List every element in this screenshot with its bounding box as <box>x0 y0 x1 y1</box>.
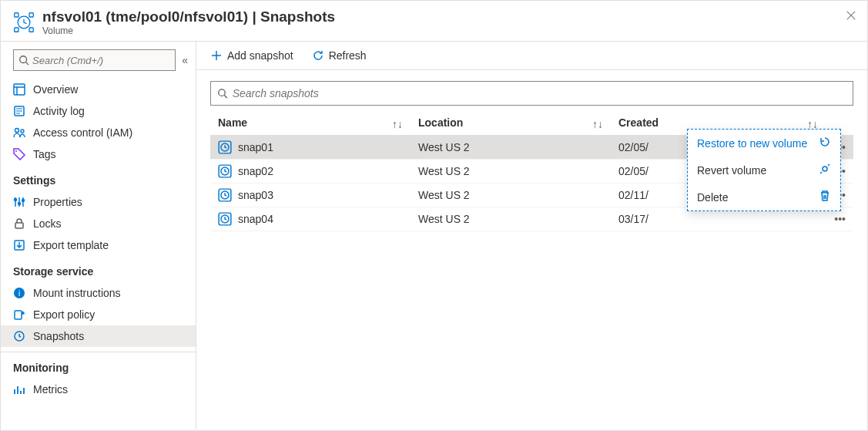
snapshot-name: snap01 <box>238 141 273 153</box>
svg-point-10 <box>15 150 17 152</box>
svg-rect-0 <box>15 13 18 17</box>
svg-point-20 <box>219 89 226 96</box>
snapshot-row-icon <box>218 212 232 226</box>
context-menu: Restore to new volume Revert volume Dele… <box>687 129 841 211</box>
snapshot-row-icon <box>218 164 232 178</box>
col-header-location[interactable]: Location ↑↓ <box>411 110 611 136</box>
revert-icon <box>819 163 831 177</box>
collapse-sidebar-button[interactable]: « <box>182 54 188 66</box>
svg-rect-1 <box>29 13 33 17</box>
volume-snapshot-icon <box>13 12 35 33</box>
sort-icon: ↑↓ <box>592 118 603 130</box>
svg-point-29 <box>823 167 827 171</box>
toolbar: Add snapshot Refresh <box>196 42 867 70</box>
svg-rect-18 <box>15 311 22 319</box>
add-snapshot-button[interactable]: Add snapshot <box>210 49 293 62</box>
refresh-label: Refresh <box>329 49 367 62</box>
tags-icon <box>13 148 25 160</box>
sidebar-search-input[interactable] <box>32 55 170 66</box>
delete-icon <box>819 190 831 204</box>
sidebar-item-label: Properties <box>33 196 82 208</box>
ctx-restore-to-new-volume[interactable]: Restore to new volume <box>688 130 840 157</box>
snapshot-location: West US 2 <box>411 160 611 184</box>
activity-log-icon <box>13 105 25 117</box>
page-subtitle: Volume <box>42 25 855 36</box>
sidebar-item-export-policy[interactable]: Export policy <box>1 304 196 325</box>
svg-rect-6 <box>14 84 25 95</box>
sidebar-group-settings: Settings <box>1 165 196 191</box>
sidebar-search[interactable] <box>13 49 176 71</box>
sidebar-item-mount-instructions[interactable]: i Mount instructions <box>1 282 196 304</box>
close-button[interactable] <box>846 10 856 23</box>
sidebar-item-label: Locks <box>33 217 62 230</box>
refresh-button[interactable]: Refresh <box>312 49 367 62</box>
svg-text:i: i <box>18 289 20 298</box>
sidebar-item-access-control[interactable]: Access control (IAM) <box>1 122 196 143</box>
sidebar-item-label: Export policy <box>33 308 95 321</box>
svg-point-9 <box>21 130 24 133</box>
sidebar-item-locks[interactable]: Locks <box>1 213 196 234</box>
col-header-name[interactable]: Name ↑↓ <box>210 110 411 136</box>
svg-rect-3 <box>29 28 33 32</box>
sort-icon: ↑↓ <box>392 118 403 130</box>
svg-point-8 <box>15 129 19 133</box>
sidebar-group-storage: Storage service <box>1 256 196 282</box>
restore-icon <box>819 136 831 150</box>
svg-rect-14 <box>15 223 23 228</box>
svg-point-11 <box>15 199 17 201</box>
sidebar-item-label: Metrics <box>33 383 68 396</box>
snapshot-search[interactable] <box>210 81 853 106</box>
sidebar-item-metrics[interactable]: Metrics <box>1 379 196 400</box>
sidebar-item-label: Snapshots <box>33 330 84 342</box>
snapshot-search-input[interactable] <box>233 87 846 99</box>
svg-rect-2 <box>15 28 18 32</box>
svg-point-5 <box>20 56 27 63</box>
svg-point-12 <box>18 203 21 205</box>
export-policy-icon <box>13 308 25 321</box>
snapshot-name: snap03 <box>238 189 273 201</box>
snapshot-name: snap04 <box>238 213 273 225</box>
page-header: nfsvol01 (tme/pool0/nfsvol01) | Snapshot… <box>1 1 867 42</box>
sidebar-item-label: Overview <box>33 83 78 96</box>
snapshot-name: snap02 <box>238 165 273 177</box>
snapshot-location: West US 2 <box>411 136 611 160</box>
sidebar-item-label: Mount instructions <box>33 287 121 299</box>
sidebar-item-snapshots[interactable]: Snapshots <box>1 325 196 347</box>
ctx-delete[interactable]: Delete <box>688 184 840 210</box>
iam-icon <box>13 126 25 139</box>
snapshot-row-icon <box>218 140 232 154</box>
sidebar-item-overview[interactable]: Overview <box>1 79 196 100</box>
locks-icon <box>13 217 25 230</box>
sidebar-item-tags[interactable]: Tags <box>1 143 196 165</box>
snapshots-icon <box>13 330 25 342</box>
export-template-icon <box>13 239 25 251</box>
main-content: Add snapshot Refresh Name ↑↓ <box>196 42 867 429</box>
add-snapshot-label: Add snapshot <box>227 49 293 62</box>
sidebar-item-export-template[interactable]: Export template <box>1 234 196 256</box>
sidebar-item-properties[interactable]: Properties <box>1 191 196 213</box>
sidebar-item-label: Activity log <box>33 105 85 117</box>
snapshot-row-icon <box>218 188 232 202</box>
sidebar-item-label: Tags <box>33 148 56 160</box>
sidebar-group-monitoring: Monitoring <box>1 352 196 379</box>
ctx-revert-volume[interactable]: Revert volume <box>688 157 840 184</box>
metrics-icon <box>13 383 25 396</box>
sidebar-item-activity-log[interactable]: Activity log <box>1 100 196 122</box>
properties-icon <box>13 196 25 208</box>
snapshot-location: West US 2 <box>411 184 611 207</box>
sidebar-item-label: Export template <box>33 239 109 251</box>
snapshot-location: West US 2 <box>411 207 611 231</box>
sidebar: « Overview Activity log Access control (… <box>1 42 196 429</box>
svg-point-13 <box>22 200 25 202</box>
info-icon: i <box>13 287 25 299</box>
page-title: nfsvol01 (tme/pool0/nfsvol01) | Snapshot… <box>42 8 855 25</box>
overview-icon <box>13 83 25 96</box>
sidebar-item-label: Access control (IAM) <box>33 126 132 139</box>
